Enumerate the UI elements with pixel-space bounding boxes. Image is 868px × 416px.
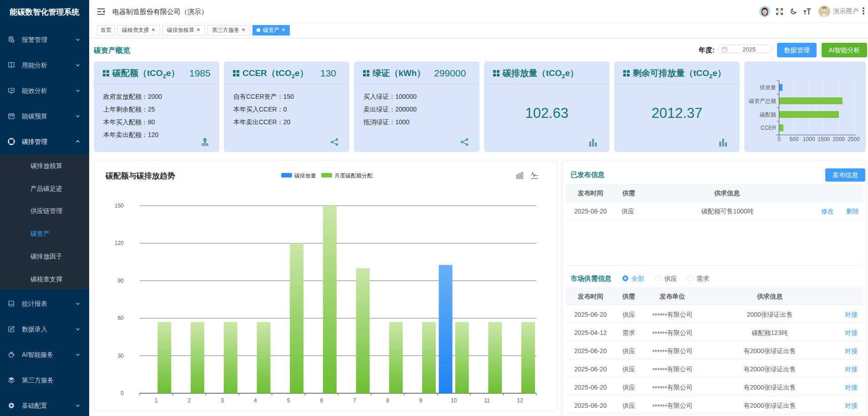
svg-text:2000: 2000 bbox=[833, 136, 845, 142]
svg-text:500: 500 bbox=[789, 136, 798, 142]
svg-text:12: 12 bbox=[517, 397, 523, 404]
svg-text:6: 6 bbox=[320, 397, 323, 404]
svg-text:8: 8 bbox=[386, 397, 389, 404]
svg-text:1500: 1500 bbox=[818, 136, 830, 142]
svg-text:3: 3 bbox=[221, 397, 224, 404]
svg-text:11: 11 bbox=[484, 397, 490, 404]
svg-text:4: 4 bbox=[254, 397, 257, 404]
svg-text:2500: 2500 bbox=[848, 136, 860, 142]
svg-text:碳资产总额: 碳资产总额 bbox=[748, 98, 776, 104]
svg-text:1: 1 bbox=[155, 397, 158, 404]
svg-text:9: 9 bbox=[419, 397, 422, 404]
svg-text:排放量: 排放量 bbox=[760, 84, 776, 91]
svg-text:10: 10 bbox=[451, 397, 457, 404]
svg-text:碳配额: 碳配额 bbox=[759, 112, 776, 118]
svg-text:7: 7 bbox=[353, 397, 356, 404]
svg-text:0: 0 bbox=[777, 136, 781, 142]
svg-text:60: 60 bbox=[118, 315, 124, 321]
svg-text:2: 2 bbox=[188, 397, 191, 404]
svg-text:120: 120 bbox=[115, 240, 124, 246]
svg-text:5: 5 bbox=[287, 397, 290, 404]
svg-text:90: 90 bbox=[118, 278, 124, 284]
svg-text:CCER: CCER bbox=[761, 125, 776, 131]
svg-text:0: 0 bbox=[121, 390, 124, 396]
svg-text:150: 150 bbox=[115, 203, 124, 209]
svg-text:1000: 1000 bbox=[803, 136, 815, 142]
svg-text:30: 30 bbox=[118, 353, 124, 359]
